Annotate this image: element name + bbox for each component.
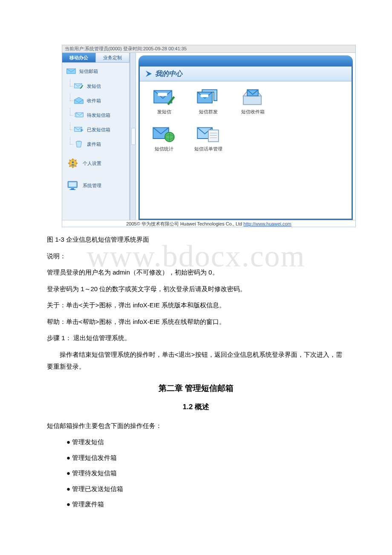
envelope-pen-icon: [152, 87, 176, 106]
svg-rect-31: [201, 95, 208, 97]
svg-line-19: [69, 165, 71, 167]
sidebar-inbox[interactable]: 收件箱: [62, 93, 129, 108]
tile-label: 短信群发: [192, 109, 225, 115]
svg-rect-24: [70, 189, 76, 190]
splitter-handle[interactable]: [130, 53, 136, 220]
bullet-item: ● 管理废件箱: [66, 498, 345, 511]
svg-rect-23: [71, 188, 75, 189]
tile-sms-group[interactable]: 短信群发: [192, 87, 225, 115]
main-area: 我的中心 发短信: [136, 53, 355, 220]
note-line: 关于：单击<关于>图标，弹出 infoX-EIE 系统版本和版权信息。: [47, 299, 345, 312]
step-line: 步骤 1： 退出短信管理系统。: [47, 332, 345, 344]
tile-label: 短信话单管理: [192, 146, 225, 152]
envelope-stack-icon: [196, 87, 220, 106]
sidebar-sms-mailbox[interactable]: 短信邮箱: [62, 64, 129, 79]
sidebar-trash[interactable]: 废件箱: [62, 137, 129, 151]
bullet-item: ● 管理短信发件箱: [66, 452, 345, 464]
arrow-icon: [145, 70, 153, 78]
tab-business-custom[interactable]: 业务定制: [96, 53, 130, 62]
sidebar-item-label: 短信邮箱: [79, 68, 98, 75]
svg-rect-32: [243, 96, 261, 104]
footer-text: 2005© 华为技术有限公司 Huawei Technologies Co., …: [126, 221, 243, 226]
svg-marker-0: [67, 69, 76, 74]
envelope-icon: [66, 67, 76, 75]
sidebar-item-label: 发短信: [87, 83, 101, 90]
note-line: 帮助：单击<帮助>图标，弹出 infoX-EIE 系统在线帮助的窗口。: [47, 316, 345, 328]
figure-caption: 图 1-3 企业信息机短信管理系统界面: [47, 234, 345, 246]
tile-label: 短信统计: [147, 146, 181, 152]
sidebar-item-label: 已发短信箱: [87, 127, 110, 133]
sidebar-item-label: 待发短信箱: [87, 112, 110, 119]
envelope-lines-icon: [74, 111, 84, 119]
chapter-title: 第二章 管理短信邮箱: [47, 381, 345, 396]
main-topbar: [138, 55, 353, 66]
svg-point-20: [72, 162, 74, 164]
section-title: 我的中心: [140, 66, 352, 81]
sidebar-system-management[interactable]: 系统管理: [62, 178, 129, 193]
app-screenshot: 当前用户:系统管理员(0000) 登录时间:2005-09-28 00:41:3…: [62, 45, 356, 227]
sidebar-item-label: 个人设置: [83, 160, 101, 167]
envelope-open-icon: [74, 97, 84, 104]
svg-marker-25: [146, 71, 152, 77]
svg-line-17: [75, 165, 76, 167]
app-footer: 2005© 华为技术有限公司 Huawei Technologies Co., …: [62, 220, 355, 227]
paragraph: 操作者结束短信管理系统的操作时，单击<退出>按钮，返回企业信息机系统登录界面，下…: [47, 349, 345, 373]
envelope-pen-icon: [74, 82, 84, 90]
bullet-item: ● 管理已发送短信箱: [66, 483, 345, 495]
overview-intro: 短信邮箱操作主要包含下面的操作任务：: [47, 420, 345, 432]
tile-sms-stats[interactable]: 短信统计: [147, 124, 181, 152]
svg-rect-27: [158, 93, 167, 96]
monitor-icon: [66, 180, 79, 191]
note-label: 说明：: [47, 250, 345, 263]
gear-person-icon: [66, 158, 79, 169]
note-line: 登录密码为 1～20 位的数字或英文字母，初次登录后请及时修改密码。: [47, 283, 345, 295]
section-heading: 1.2 概述: [47, 400, 345, 414]
sidebar-item-label: 系统管理: [83, 182, 101, 189]
tab-mobile-office[interactable]: 移动办公: [62, 53, 96, 62]
sidebar-sent[interactable]: 已发短信箱: [62, 122, 129, 137]
tile-sms-cdr[interactable]: 短信话单管理: [192, 124, 225, 152]
sidebar-outbox-pending[interactable]: 待发短信箱: [62, 108, 129, 122]
envelope-globe-icon: [152, 124, 176, 143]
tile-send-sms[interactable]: 发短信: [147, 87, 181, 115]
sidebar: 移动办公 业务定制 短信邮箱 发短信: [62, 53, 130, 220]
svg-rect-38: [208, 130, 219, 142]
svg-line-16: [69, 160, 71, 161]
sidebar-item-label: 废件箱: [87, 141, 101, 147]
status-bar: 当前用户:系统管理员(0000) 登录时间:2005-09-28 00:41:3…: [62, 45, 355, 53]
envelope-list-icon: [196, 124, 220, 143]
bullet-item: ● 管理发短信: [66, 436, 345, 448]
note-line: 管理员登录的用户名为 admin（不可修改），初始密码为 0。: [47, 266, 345, 279]
sidebar-item-label: 收件箱: [87, 98, 101, 104]
tile-sms-inbox[interactable]: 短信收件箱: [236, 87, 269, 115]
envelope-box-icon: [241, 87, 265, 106]
tile-label: 短信收件箱: [236, 109, 269, 115]
svg-rect-22: [69, 182, 76, 187]
section-title-text: 我的中心: [155, 69, 182, 78]
svg-marker-9: [81, 129, 84, 131]
sidebar-send-sms[interactable]: 发短信: [62, 79, 129, 93]
trash-icon: [74, 140, 84, 148]
sidebar-personal-settings[interactable]: 个人设置: [62, 156, 129, 171]
tile-label: 发短信: [147, 109, 181, 115]
bullet-item: ● 管理待发短信箱: [66, 467, 345, 480]
footer-link[interactable]: http://www.huawei.com: [243, 221, 291, 226]
svg-line-18: [75, 160, 76, 161]
envelope-out-icon: [74, 126, 84, 133]
